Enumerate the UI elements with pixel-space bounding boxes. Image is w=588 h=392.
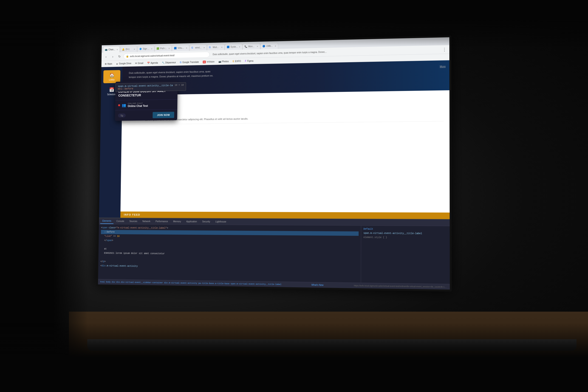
tab-7-favicon: G [209, 46, 212, 49]
browser-tab-1[interactable]: 📺 Chan... × [103, 46, 120, 52]
tab-1-favicon: 📺 [105, 48, 107, 51]
bookmark-translate[interactable]: G Google Translate [178, 60, 200, 64]
whats-new-link[interactable]: What's New [312, 284, 324, 286]
tab-8-close[interactable]: × [239, 45, 240, 48]
activity-title: LOREM IPSUM DOLOR SIT AMET CONSECTETUR [118, 89, 174, 98]
browser-tab-3[interactable]: 🔷 Sign ... × [137, 46, 154, 52]
dom-line-div: <div.m-virtual-event-activity [100, 264, 138, 268]
exfo-icon: E [233, 60, 234, 63]
bookmark-exfo[interactable]: E EXFO [231, 60, 243, 63]
apps-icon: ⊞ [105, 63, 106, 65]
tab-2-close[interactable]: × [134, 48, 135, 50]
schedule-icon: 📅 [109, 87, 114, 92]
tab-5-favicon: 🟦 [174, 47, 176, 50]
bookmark-invision[interactable]: In InVision [201, 60, 216, 64]
activity-live-badge: LIVE [118, 85, 126, 88]
join-now-button[interactable]: JOIN NOW [153, 112, 174, 118]
url-text: exfo.local.sigmund.ca/en/virtual-event-t… [130, 54, 175, 58]
devtools-panel: Elements Console Sources Network Perform… [98, 218, 450, 290]
dom-line-1: <span class="m-virtual-event-activity__t… [101, 226, 168, 229]
devtools-tab-memory[interactable]: Memory [171, 218, 183, 224]
invision-icon: In [203, 61, 206, 64]
bottom-url: https://exfo.local.sigmund.ca/en/virtual… [354, 284, 448, 288]
tool-icon: 🔧 [162, 62, 164, 64]
tab-8-favicon: 🟦 [227, 46, 230, 48]
browser-tab-10[interactable]: 🔵 UMb... × [260, 42, 278, 49]
tab-4-favicon: 🟩 [156, 47, 159, 50]
tab-4-close[interactable]: × [168, 47, 170, 50]
devtools-tab-lighthouse[interactable]: Lighthouse [213, 219, 228, 224]
laptop-screen: 📺 Chan... × 🔔 (9+) × 🔷 Sign ... × 🟩 Pull… [96, 35, 452, 292]
laptop-container: 📺 Chan... × 🔔 (9+) × 🔷 Sign ... × 🟩 Pull… [95, 32, 588, 353]
tab-6-label: wind... [195, 46, 201, 49]
bookmark-depanneur[interactable]: 🔧 Dépanneur [160, 61, 178, 64]
devtools-tab-application[interactable]: Application [184, 219, 199, 224]
photos-icon: 📷 [218, 60, 221, 63]
activity-badge: 5g [118, 114, 126, 118]
tab-9-close[interactable]: × [257, 45, 258, 48]
devtools-body: <span class="m-virtual-event-activity__t… [98, 224, 450, 284]
dom-line-at: at [100, 248, 106, 250]
desk-surface [69, 312, 588, 392]
tab-7-label: Muti... [213, 46, 219, 48]
tab-5-close[interactable]: × [186, 46, 187, 49]
bookmark-photos[interactable]: 📷 Photos [216, 60, 230, 64]
tab-2-label: (9+) [126, 48, 130, 50]
gmail-icon: ✉ [135, 62, 137, 64]
activity-footer: 5g JOIN NOW [115, 110, 177, 121]
tab-1-close[interactable]: × [116, 48, 118, 51]
address-bar[interactable]: 🔒 exfo.local.sigmund.ca/en/virtual-event… [124, 52, 210, 59]
dom-line-esko: ESKO2021 lorem ipsum dolor sit amet cons… [100, 251, 358, 258]
devtools-tab-sources[interactable]: Sources [127, 218, 140, 224]
lock-icon: 🔒 [126, 55, 129, 58]
devtools-tab-performance[interactable]: Performance [154, 218, 170, 224]
devtools-tab-elements[interactable]: Elements [100, 218, 114, 224]
bookmark-agenda[interactable]: 📅 Agenda [146, 61, 160, 65]
browser-tab-8[interactable]: 🟦 Syste... × [225, 44, 242, 50]
activity-chat-section: 👥 ONLINE CHAT Online Chat Test [115, 100, 177, 110]
browser-tab-6[interactable]: G wind... × [190, 44, 207, 51]
browser-tab-4[interactable]: 🟩 Pull r... × [154, 45, 172, 52]
activity-header: LIVE AT ESKO2021 LOREM IPSUM DOLOR SIT A… [115, 80, 178, 100]
chat-info: ONLINE CHAT Online Chat Test [128, 102, 148, 108]
back-button[interactable]: ‹ [103, 54, 109, 60]
chat-name: Online Chat Test [128, 104, 148, 108]
bookmark-apps[interactable]: ⊞ Apps [103, 62, 114, 66]
tab-6-close[interactable]: × [204, 46, 205, 49]
bookmark-drive[interactable]: ▲ Google Drive [114, 62, 133, 66]
tab-3-favicon: 🔷 [139, 48, 142, 50]
tab-5-label: Virtu... [178, 46, 184, 49]
more-link[interactable]: More [440, 65, 446, 68]
drive-icon: ▲ [116, 62, 118, 65]
hero-description: Duis sollicitudin, quam eget viverra tin… [129, 69, 215, 79]
browser-tab-5[interactable]: 🟦 Virtu... × [172, 44, 190, 51]
tab-10-favicon: 🔵 [262, 45, 265, 48]
bookmark-figma[interactable]: F Figma [243, 59, 255, 63]
tab-3-close[interactable]: × [151, 47, 152, 50]
agenda-icon: 📅 [147, 62, 150, 64]
home-icon: 🏠 [109, 72, 114, 78]
dom-breadcrumb: html body div div.div-virtual-event__sid… [100, 281, 281, 286]
tab-10-close[interactable]: × [275, 44, 276, 47]
browser-tab-2[interactable]: 🔔 (9+) × [120, 46, 137, 52]
extensions-button[interactable]: ⋮ [442, 46, 448, 52]
refresh-button[interactable]: ↻ [117, 54, 122, 59]
online-dot [118, 104, 120, 106]
tab-9-label: Mon... [248, 45, 254, 48]
browser-tab-9[interactable]: 📞 Mon... × [242, 43, 260, 50]
forward-button[interactable]: › [110, 54, 116, 59]
devtools-tab-security[interactable]: Security [200, 219, 212, 224]
tab-1-label: Chan... [108, 48, 115, 51]
tab-9-favicon: 📞 [244, 45, 247, 48]
dom-tree[interactable]: <span class="m-virtual-event-activity__t… [98, 224, 361, 283]
devtools-tab-console[interactable]: Console [114, 218, 126, 224]
translate-icon: G [180, 61, 182, 64]
devtools-tab-network[interactable]: Network [140, 218, 153, 224]
tab-7-close[interactable]: × [221, 46, 222, 48]
info-feed-label: INFO FEED [124, 213, 140, 216]
tab-3-label: Sign ... [143, 48, 150, 50]
tab-8-label: Syste... [230, 46, 238, 48]
browser-tab-7[interactable]: G Muti... × [207, 44, 224, 50]
sidebar-item-lobby[interactable]: 🏠 Lobby [103, 70, 120, 83]
bookmark-gmail[interactable]: ✉ Gmail [134, 61, 145, 65]
